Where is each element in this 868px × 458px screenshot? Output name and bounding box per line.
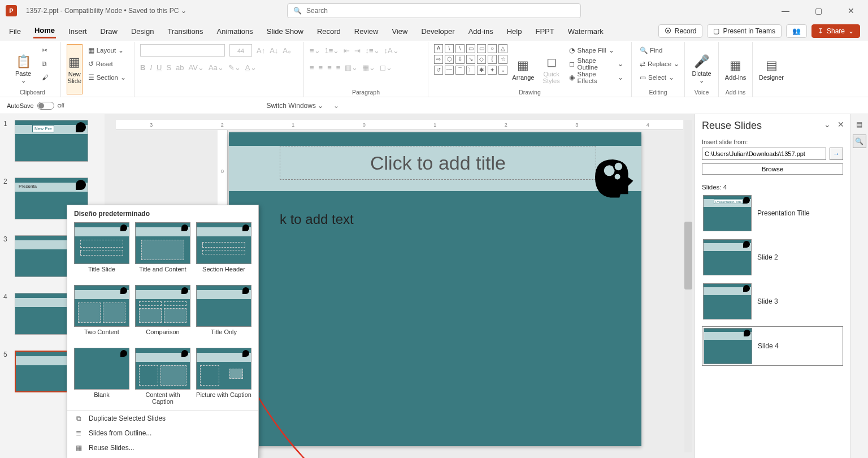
tab-draw[interactable]: Draw xyxy=(99,25,119,38)
tab-addins[interactable]: Add-ins xyxy=(467,25,494,38)
layout-picture-caption[interactable] xyxy=(196,348,251,390)
tab-transitions[interactable]: Transitions xyxy=(166,25,204,38)
tab-developer[interactable]: Developer xyxy=(420,25,455,38)
tab-home[interactable]: Home xyxy=(33,24,56,38)
qat-dropdown[interactable]: ⌄ xyxy=(333,102,339,110)
bold-icon[interactable]: B xyxy=(140,63,145,72)
layout-title-content[interactable] xyxy=(135,222,190,264)
title-placeholder[interactable]: Click to add title xyxy=(280,146,596,180)
reuse-slide-2[interactable]: Slide 2 xyxy=(702,238,843,276)
browse-button[interactable]: Browse xyxy=(702,163,843,175)
reuse-slide-4[interactable]: Slide 4 xyxy=(702,326,843,366)
increase-font-icon[interactable]: A↑ xyxy=(257,46,265,55)
close-button[interactable]: ✕ xyxy=(840,6,862,15)
tab-file[interactable]: File xyxy=(8,25,22,38)
indent-inc-icon[interactable]: ⇥ xyxy=(354,46,361,55)
case-icon[interactable]: Aa⌄ xyxy=(209,63,224,72)
pane-dropdown-icon[interactable]: ⌄ xyxy=(824,120,831,129)
replace-button[interactable]: ⇄ Replace ⌄ xyxy=(637,58,682,70)
record-button[interactable]: ⦿Record xyxy=(658,24,703,38)
teams-icon-button[interactable]: 👥 xyxy=(786,24,807,38)
tab-design[interactable]: Design xyxy=(130,25,155,38)
shape-outline-button[interactable]: ◻ Shape Outline ⌄ xyxy=(567,58,626,70)
arrange-button[interactable]: ▦Arrange xyxy=(511,44,536,94)
layout-blank[interactable] xyxy=(74,348,129,390)
dictate-button[interactable]: 🎤Dictate⌄ xyxy=(691,44,713,94)
new-slide-button[interactable]: ▦New Slide xyxy=(67,44,83,94)
select-button[interactable]: ▭ Select ⌄ xyxy=(637,71,682,84)
tab-view[interactable]: View xyxy=(390,25,409,38)
paste-button[interactable]: 📋Paste⌄ xyxy=(10,44,36,94)
reuse-slides-item[interactable]: ▦Reuse Slides... xyxy=(67,440,258,455)
shape-fill-button[interactable]: ◔ Shape Fill ⌄ xyxy=(567,44,626,57)
font-size-combo[interactable]: 44 xyxy=(229,44,252,57)
canvas-scrollbar[interactable] xyxy=(684,120,692,452)
body-placeholder[interactable]: k to add text xyxy=(280,211,596,234)
align-left-icon[interactable]: ≡ xyxy=(310,63,314,72)
slides-from-outline-item[interactable]: ≣Slides from Outline... xyxy=(67,426,258,440)
layout-two-content[interactable] xyxy=(74,285,129,327)
tab-review[interactable]: Review xyxy=(353,25,380,38)
highlight-icon[interactable]: ✎⌄ xyxy=(228,63,241,72)
quick-styles-button[interactable]: ◻Quick Styles xyxy=(539,44,564,94)
search-box[interactable]: 🔍 Search xyxy=(287,3,581,18)
numbering-icon[interactable]: 1≡⌄ xyxy=(325,46,340,55)
cut-button[interactable]: ✂ xyxy=(40,44,51,57)
reuse-path-input[interactable] xyxy=(702,148,826,160)
minimize-button[interactable]: — xyxy=(774,6,797,15)
tab-animations[interactable]: Animations xyxy=(216,25,254,38)
tab-record[interactable]: Record xyxy=(316,25,342,38)
italic-icon[interactable]: I xyxy=(150,63,152,72)
strike-icon[interactable]: S xyxy=(166,63,171,72)
present-in-teams-button[interactable]: ▢Present in Teams xyxy=(707,24,782,38)
addins-button[interactable]: ▦Add-ins xyxy=(724,44,747,94)
designer-button[interactable]: ▤Designer xyxy=(758,44,784,94)
reuse-slide-3[interactable]: Slide 3 xyxy=(702,282,843,321)
format-painter-button[interactable]: 🖌 xyxy=(40,71,51,84)
autosave-toggle[interactable] xyxy=(37,102,54,110)
copy-button[interactable]: ⧉ xyxy=(40,58,51,70)
decrease-font-icon[interactable]: A↓ xyxy=(270,46,278,55)
align-center-icon[interactable]: ≡ xyxy=(319,63,323,72)
pane-close-icon[interactable]: ✕ xyxy=(837,120,844,129)
reuse-slide-1[interactable]: Presentation TitlePresentation Title xyxy=(702,194,843,232)
line-spacing-icon[interactable]: ↕≡⌄ xyxy=(365,46,379,55)
shape-effects-button[interactable]: ◉ Shape Effects ⌄ xyxy=(567,71,626,84)
charspace-icon[interactable]: AV⌄ xyxy=(189,63,204,72)
switch-windows-button[interactable]: Switch Windows ⌄ xyxy=(267,102,324,110)
indent-dec-icon[interactable]: ⇤ xyxy=(344,46,350,55)
find-button[interactable]: 🔍 Find xyxy=(637,44,682,57)
section-button[interactable]: ☰ Section ⌄ xyxy=(86,71,128,84)
layout-section-header[interactable] xyxy=(196,222,251,264)
align-text-icon[interactable]: ▦⌄ xyxy=(362,63,375,72)
layout-content-caption[interactable] xyxy=(135,348,190,390)
font-color-icon[interactable]: A⌄ xyxy=(245,63,257,72)
tab-slideshow[interactable]: Slide Show xyxy=(266,25,305,38)
align-right-icon[interactable]: ≡ xyxy=(327,63,332,72)
maximize-button[interactable]: ▢ xyxy=(807,6,830,15)
share-button[interactable]: ↧Share⌄ xyxy=(811,24,860,38)
clear-format-icon[interactable]: Aᵩ xyxy=(283,46,290,55)
side-tab-1[interactable]: ▤ xyxy=(853,118,866,131)
text-direction-icon[interactable]: ↕A⌄ xyxy=(384,46,399,55)
layout-title-slide[interactable] xyxy=(74,222,129,264)
duplicate-slides-item[interactable]: ⧉Duplicate Selected Slides xyxy=(67,411,258,426)
layout-comparison[interactable] xyxy=(135,285,190,327)
shadow-icon[interactable]: ab xyxy=(176,63,184,72)
tab-watermark[interactable]: Watermark xyxy=(567,25,605,38)
tab-insert[interactable]: Insert xyxy=(67,25,88,38)
justify-icon[interactable]: ≡ xyxy=(336,63,341,72)
bullets-icon[interactable]: ≡⌄ xyxy=(310,46,320,55)
thumb-slide-1[interactable]: New Pre xyxy=(15,120,88,162)
underline-icon[interactable]: U xyxy=(157,63,162,72)
tab-fppt[interactable]: FPPT xyxy=(534,25,555,38)
document-title[interactable]: 1357-2.ppt - Compatibility Mode • Saved … xyxy=(26,7,186,15)
shapes-gallery[interactable]: A\\▭▭○△ ⇨⬡⇩↘◇{☆ ↺〰⌒〉✱✦⌄ xyxy=(434,44,507,94)
side-tab-2[interactable]: 🔍 xyxy=(853,135,866,148)
layout-title-only[interactable] xyxy=(196,285,251,327)
reset-button[interactable]: ↺ Reset xyxy=(86,58,128,70)
smartart-icon[interactable]: ◻⌄ xyxy=(380,63,392,72)
layout-button[interactable]: ▦ Layout ⌄ xyxy=(86,44,128,57)
reuse-go-button[interactable]: → xyxy=(830,148,843,160)
tab-help[interactable]: Help xyxy=(506,25,523,38)
